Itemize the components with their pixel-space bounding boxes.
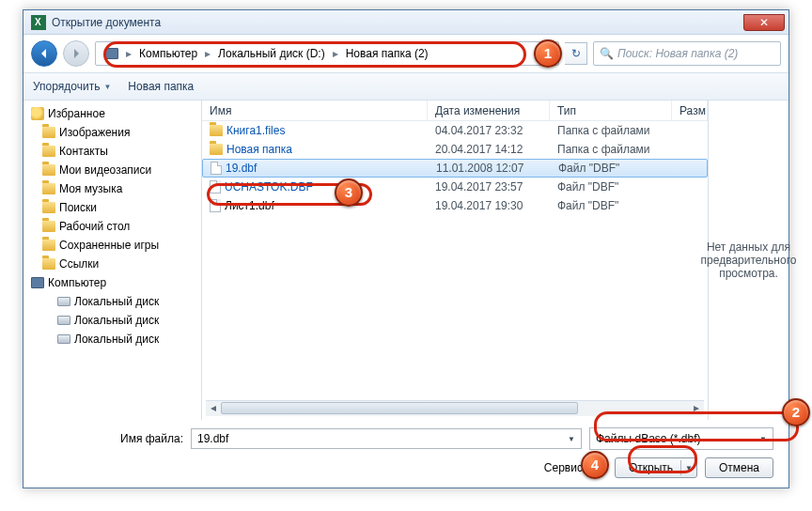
file-area: Имя Дата изменения Тип Разм Книга1.files… (202, 101, 789, 420)
column-headers[interactable]: Имя Дата изменения Тип Разм (202, 101, 708, 121)
annotation-marker: 2 (782, 398, 810, 426)
open-button[interactable]: Открыть▼ (615, 457, 697, 478)
folder-icon (42, 164, 55, 176)
search-icon: 🔍 (600, 47, 614, 60)
breadcrumb-seg[interactable]: Локальный диск (D:) (212, 42, 331, 65)
table-row[interactable]: Книга1.files04.04.2017 23:32Папка с файл… (202, 121, 708, 140)
col-type[interactable]: Тип (550, 101, 672, 120)
search-input[interactable]: 🔍 Поиск: Новая папка (2) (593, 41, 781, 66)
folder-icon (42, 221, 55, 232)
titlebar: Открытие документа ✕ (23, 10, 789, 35)
sidebar-item-drive[interactable]: Локальный диск (23, 292, 201, 311)
excel-icon (31, 15, 46, 30)
close-button[interactable]: ✕ (743, 14, 785, 31)
folder-icon (42, 240, 55, 251)
toolbar: Упорядочить▼ Новая папка (23, 72, 789, 101)
cancel-button[interactable]: Отмена (705, 457, 773, 478)
sidebar-item[interactable]: Сохраненные игры (23, 236, 201, 255)
sidebar-item[interactable]: Рабочий стол (23, 217, 201, 236)
table-row[interactable]: UCHASTOK.DBF19.04.2017 23:57Файл "DBF" (202, 178, 708, 196)
computer-icon (31, 277, 44, 288)
breadcrumb-seg[interactable]: Компьютер (133, 42, 203, 65)
drive-icon (57, 316, 70, 325)
annotation-marker: 3 (335, 178, 363, 207)
file-icon (211, 162, 222, 175)
table-row[interactable]: Новая папка20.04.2017 14:12Папка с файла… (202, 140, 708, 159)
sidebar-item-drive[interactable]: Локальный диск (23, 311, 201, 330)
folder-icon (42, 146, 55, 157)
sidebar-item[interactable]: Изображения (23, 123, 201, 142)
folder-icon (42, 183, 55, 194)
main-area: Избранное Изображения Контакты Мои видео… (23, 101, 789, 420)
sidebar-item[interactable]: Ссылки (23, 255, 201, 273)
annotation-marker: 4 (581, 451, 609, 479)
col-size[interactable]: Разм (672, 101, 708, 120)
sidebar-item-computer[interactable]: Компьютер (23, 273, 201, 292)
window-title: Открытие документа (52, 16, 743, 29)
preview-pane: Нет данных для предварительного просмотр… (708, 101, 789, 420)
refresh-button[interactable]: ↻ (565, 42, 587, 65)
sidebar-item[interactable]: Избранное (23, 104, 201, 123)
sidebar-item[interactable]: Моя музыка (23, 179, 201, 198)
address-bar: ▸ Компьютер ▸ Локальный диск (D:) ▸ Нова… (23, 35, 789, 72)
sidebar-item[interactable]: Контакты (23, 142, 201, 161)
computer-icon (105, 48, 118, 59)
folder-icon (42, 127, 55, 138)
folder-icon (210, 125, 223, 136)
folder-icon (42, 258, 55, 270)
sidebar-item-drive[interactable]: Локальный диск (23, 330, 201, 348)
sidebar: Избранное Изображения Контакты Мои видео… (23, 101, 202, 420)
filename-label: Имя файла: (39, 432, 183, 445)
footer: Имя файла: 19.dbf▼ Файлы dBase (*.dbf)▼ … (23, 420, 789, 478)
drive-icon (57, 334, 70, 344)
folder-icon (42, 202, 55, 213)
table-row[interactable]: 19.dbf11.01.2008 12:07Файл "DBF" (202, 159, 708, 178)
sidebar-item[interactable]: Поиски (23, 198, 201, 217)
forward-button[interactable] (63, 40, 89, 67)
favorites-icon (31, 107, 44, 120)
filename-input[interactable]: 19.dbf▼ (191, 428, 582, 449)
back-button[interactable] (31, 40, 57, 67)
folder-icon (210, 144, 223, 155)
organize-button[interactable]: Упорядочить▼ (33, 80, 111, 93)
file-icon (210, 180, 221, 194)
sidebar-item[interactable]: Мои видеозаписи (23, 161, 201, 179)
col-name[interactable]: Имя (202, 101, 428, 120)
horizontal-scrollbar[interactable]: ◂▸ (206, 400, 704, 416)
new-folder-button[interactable]: Новая папка (128, 80, 194, 93)
drive-icon (57, 297, 70, 306)
table-row[interactable]: Лист1.dbf19.04.2017 19:30Файл "DBF" (202, 196, 708, 215)
breadcrumb-seg[interactable]: Новая папка (2) (340, 42, 434, 65)
breadcrumb[interactable]: ▸ Компьютер ▸ Локальный диск (D:) ▸ Нова… (95, 41, 559, 66)
open-file-dialog: Открытие документа ✕ ▸ Компьютер ▸ Локал… (23, 9, 789, 488)
search-placeholder: Поиск: Новая папка (2) (617, 47, 738, 60)
annotation-marker: 1 (534, 39, 562, 68)
col-date[interactable]: Дата изменения (428, 101, 550, 120)
file-icon (210, 199, 221, 212)
file-list: Имя Дата изменения Тип Разм Книга1.files… (202, 101, 708, 420)
file-rows: Книга1.files04.04.2017 23:32Папка с файл… (202, 121, 708, 400)
filetype-dropdown[interactable]: Файлы dBase (*.dbf)▼ (589, 427, 773, 450)
